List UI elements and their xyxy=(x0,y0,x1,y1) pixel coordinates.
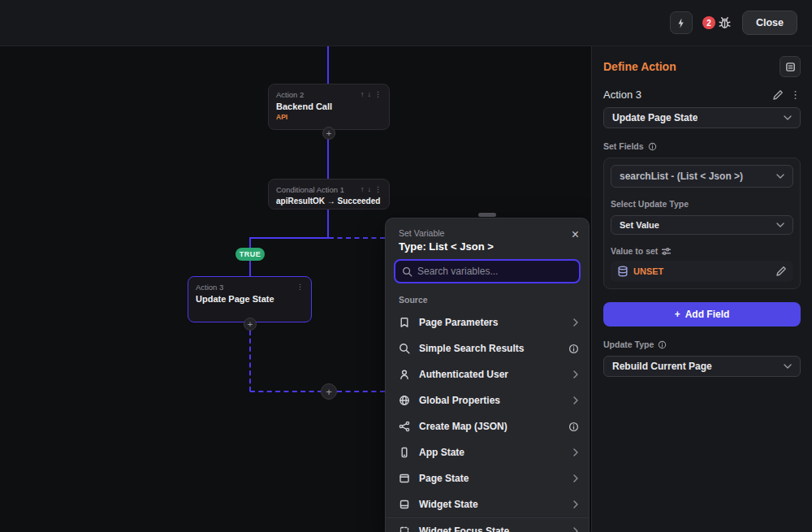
map-icon xyxy=(399,421,410,432)
list-item-widget-focus-state[interactable]: Widget Focus State xyxy=(386,517,589,532)
chevron-down-icon xyxy=(784,364,792,369)
plus-icon: + xyxy=(675,309,680,320)
action-node-backend-call[interactable]: Action 2 ↑ ↓ ⋮ Backend Call API xyxy=(268,84,390,130)
field-select-dropdown[interactable]: searchList - (List < Json >) xyxy=(611,165,793,188)
true-branch-badge: TRUE xyxy=(235,248,265,261)
rebuild-type-dropdown[interactable]: Rebuild Current Page xyxy=(603,356,801,377)
move-up-icon[interactable]: ↑ xyxy=(361,91,365,98)
drag-handle[interactable] xyxy=(478,213,496,217)
node-title: Backend Call xyxy=(276,102,382,111)
info-icon xyxy=(658,340,667,349)
list-item-authenticated-user[interactable]: Authenticated User xyxy=(386,361,589,387)
action-menu-icon[interactable]: ⋮ xyxy=(790,89,801,100)
add-action-button[interactable]: + xyxy=(321,383,337,400)
modal-title: Type: List < Json > xyxy=(399,240,577,253)
set-field-group: searchList - (List < Json >) Select Upda… xyxy=(603,158,801,289)
update-type-label: Update Type xyxy=(603,340,654,349)
list-item-label: Create Map (JSON) xyxy=(419,421,559,432)
list-item-label: Page Parameters xyxy=(419,317,564,328)
close-modal-button[interactable]: × xyxy=(572,228,579,241)
action-node-update-page-state[interactable]: Action 3 ⋮ Update Page State xyxy=(188,276,312,322)
node-tag: API xyxy=(276,113,382,121)
debug-button[interactable]: 2 xyxy=(702,15,732,31)
chevron-right-icon xyxy=(572,474,579,483)
dropdown-value: searchList - (List < Json >) xyxy=(620,171,743,182)
bookmark-icon xyxy=(399,317,410,328)
info-icon xyxy=(568,422,579,432)
move-up-icon[interactable]: ↑ xyxy=(361,186,365,193)
list-item-app-state[interactable]: App State xyxy=(386,439,589,465)
user-icon xyxy=(399,369,410,380)
list-item-label: App State xyxy=(419,447,564,458)
list-item-page-state[interactable]: Page State xyxy=(386,465,589,491)
chevron-right-icon xyxy=(572,318,579,327)
edit-pencil-icon[interactable] xyxy=(772,89,784,101)
search-icon xyxy=(402,266,412,277)
database-icon xyxy=(617,266,628,277)
list-item-page-parameters[interactable]: Page Parameters xyxy=(386,309,589,335)
modal-kicker: Set Variable xyxy=(399,228,577,238)
unset-value: UNSET xyxy=(633,266,771,276)
test-mode-button[interactable] xyxy=(670,11,693,34)
dropdown-value: Update Page State xyxy=(612,112,698,123)
info-icon xyxy=(648,142,657,151)
list-item-label: Global Properties xyxy=(419,395,564,406)
value-to-set-label: Value to set xyxy=(611,246,658,256)
add-action-button[interactable]: + xyxy=(244,318,257,331)
list-item-label: Authenticated User xyxy=(419,369,564,380)
list-item-widget-state[interactable]: Widget State xyxy=(386,491,589,517)
dropdown-value: Rebuild Current Page xyxy=(612,361,712,372)
search-input[interactable] xyxy=(417,266,572,277)
set-variable-modal: Set Variable Type: List < Json > × Sourc… xyxy=(385,218,590,532)
add-field-label: Add Field xyxy=(685,309,730,320)
action-templates-button[interactable] xyxy=(780,56,801,77)
list-item-create-map-json[interactable]: Create Map (JSON) xyxy=(386,413,589,439)
chevron-right-icon xyxy=(572,448,579,457)
issue-count-badge: 2 xyxy=(702,16,715,29)
panel-title: Define Action xyxy=(603,60,676,73)
chevron-right-icon xyxy=(572,500,579,509)
chevron-right-icon xyxy=(572,526,579,532)
node-kicker: Action 2 xyxy=(276,90,304,99)
flow-connector-dashed xyxy=(329,237,385,239)
list-item-simple-search-results[interactable]: Simple Search Results xyxy=(386,335,589,361)
plus-icon: + xyxy=(326,386,332,398)
list-item-label: Simple Search Results xyxy=(419,343,559,354)
value-to-set-field[interactable]: UNSET xyxy=(611,261,793,282)
modal-header: Set Variable Type: List < Json > × xyxy=(386,218,589,253)
move-down-icon[interactable]: ↓ xyxy=(368,91,372,98)
node-menu-icon[interactable]: ⋮ xyxy=(374,186,382,193)
source-section-label: Source xyxy=(399,295,576,305)
node-menu-icon[interactable]: ⋮ xyxy=(296,283,304,291)
browser-icon xyxy=(399,473,410,484)
list-item-label: Widget Focus State xyxy=(419,526,564,532)
action-name: Action 3 xyxy=(603,89,766,101)
move-down-icon[interactable]: ↓ xyxy=(368,186,372,193)
bug-icon xyxy=(717,15,732,31)
phone-icon xyxy=(399,447,410,458)
list-item-label: Widget State xyxy=(419,499,564,510)
search-box[interactable] xyxy=(394,259,581,283)
action-type-dropdown[interactable]: Update Page State xyxy=(603,107,801,128)
dropdown-value: Set Value xyxy=(620,220,659,230)
add-action-button[interactable]: + xyxy=(322,127,335,140)
chevron-down-icon xyxy=(776,223,784,227)
app: 2 Close + + + Action 2 xyxy=(0,0,812,532)
node-menu-icon[interactable]: ⋮ xyxy=(374,91,382,98)
info-icon xyxy=(568,344,579,354)
chevron-right-icon xyxy=(572,396,579,405)
list-item-label: Page State xyxy=(419,473,564,484)
update-type-dropdown[interactable]: Set Value xyxy=(611,215,793,235)
add-field-button[interactable]: + Add Field xyxy=(603,302,801,327)
chevron-down-icon xyxy=(784,115,792,120)
flow-connector xyxy=(327,46,329,84)
select-update-type-label: Select Update Type xyxy=(611,199,689,209)
variable-source-list: Page Parameters Simple Search Results Au… xyxy=(386,309,589,532)
conditional-action-node[interactable]: Conditional Action 1 ↑ ↓ ⋮ apiResultOK →… xyxy=(268,179,390,210)
list-item-global-properties[interactable]: Global Properties xyxy=(386,387,589,413)
topbar: 2 Close xyxy=(0,0,812,46)
edit-pencil-icon[interactable] xyxy=(775,266,787,277)
flow-connector-dashed xyxy=(249,331,251,391)
chevron-right-icon xyxy=(572,370,579,379)
close-button[interactable]: Close xyxy=(742,11,797,35)
